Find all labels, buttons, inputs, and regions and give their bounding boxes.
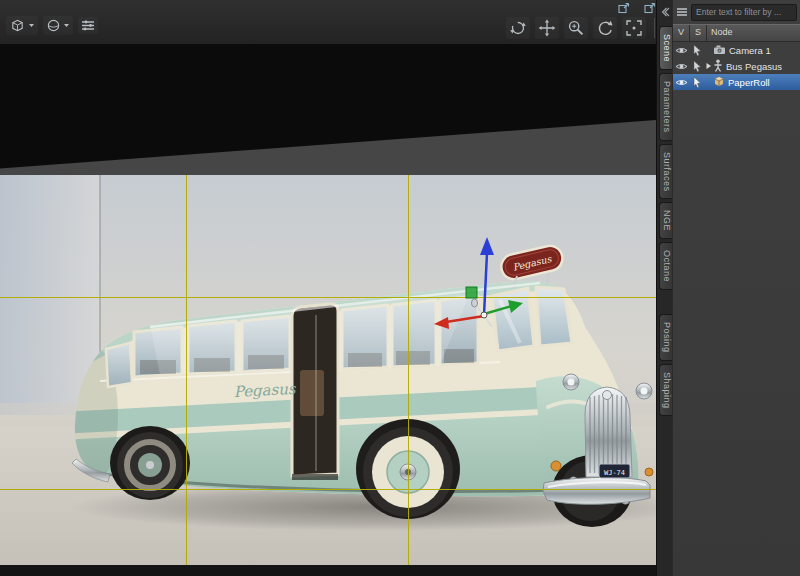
viewport-bottom-strip [0,565,656,576]
tab-octane[interactable]: Octane [659,242,672,290]
maximize-pane-button[interactable] [644,2,656,14]
expander-icon[interactable] [705,62,713,70]
node-label[interactable]: Bus Pegasus [726,61,782,72]
pane-tab-strip: Scene Parameters Surfaces NGE Octane Pos… [656,0,672,576]
toolbar-separator [654,18,655,38]
tab-nge[interactable]: NGE [659,202,672,239]
frame-icon [625,19,643,37]
column-node[interactable]: Node [707,25,800,41]
filter-menu-icon[interactable] [676,3,688,21]
view-selector-icon [9,18,26,33]
column-visibility[interactable]: V [673,25,690,41]
pan-button[interactable] [535,17,559,39]
bus-side-text: Pegasus [233,380,297,401]
pointer-icon[interactable] [689,76,705,88]
figure-icon [713,59,723,74]
draw-style-icon [46,18,61,33]
scene-pane: V S Node Camera 1 [672,0,800,576]
scene-filter-row [673,0,800,24]
zoom-button[interactable] [564,17,588,39]
undock-pane-button[interactable] [618,2,630,14]
tab-shaping[interactable]: Shaping [659,364,672,417]
tab-scene[interactable]: Scene [659,26,672,70]
tab-parameters[interactable]: Parameters [659,73,672,141]
chevron-down-icon [63,23,70,28]
undo-icon [596,19,614,37]
popout-icon [618,2,630,14]
scene-filter-input[interactable] [691,4,797,21]
chevron-down-icon [28,23,35,28]
pointer-icon[interactable] [689,44,705,56]
fog-light [551,461,561,471]
license-plate-text: WJ-74 [604,469,625,477]
node-label[interactable]: PaperRoll [728,77,770,88]
orbit-button[interactable] [506,17,530,39]
eye-icon[interactable] [673,62,689,71]
draw-style-dropdown[interactable] [43,16,73,35]
pointer-icon[interactable] [689,60,705,72]
viewport-backdrop-area[interactable] [0,44,656,175]
backdrop-plane [0,44,656,175]
app-window: Pegasus [0,0,800,576]
bus-door-open [292,304,338,480]
orbit-icon [509,19,527,37]
frame-button[interactable] [622,17,646,39]
tab-posing[interactable]: Posing [659,314,672,361]
scene-node-camera1[interactable]: Camera 1 [673,42,800,58]
viewport-toolbar [0,0,656,45]
license-plate: WJ-74 [599,464,630,478]
tab-surfaces[interactable]: Surfaces [659,144,672,200]
node-label[interactable]: Camera 1 [729,45,771,56]
scene-grid-header: V S Node [673,24,800,42]
view-selector-dropdown[interactable] [6,16,38,35]
camera-icon [713,44,726,57]
scene-node-bus-pegasus[interactable]: Bus Pegasus [673,58,800,74]
undo-view-button[interactable] [593,17,617,39]
render-image: Pegasus [0,175,656,565]
popout-icon [644,2,656,14]
render-canvas[interactable]: Pegasus [0,175,656,565]
eye-icon[interactable] [673,46,689,55]
view-options-icon [81,19,95,32]
toolbar-left-group [6,16,98,35]
scene-node-paperroll[interactable]: PaperRoll [673,74,800,90]
eye-icon[interactable] [673,78,689,87]
panel-menu-icon[interactable] [660,3,670,21]
view-options-button[interactable] [78,17,98,34]
column-selection[interactable]: S [690,25,707,41]
front-bumper [543,477,650,504]
pan-icon [538,19,556,37]
scene-list-empty-area[interactable] [673,90,800,576]
zoom-icon [567,19,585,37]
cube-icon [713,75,725,89]
